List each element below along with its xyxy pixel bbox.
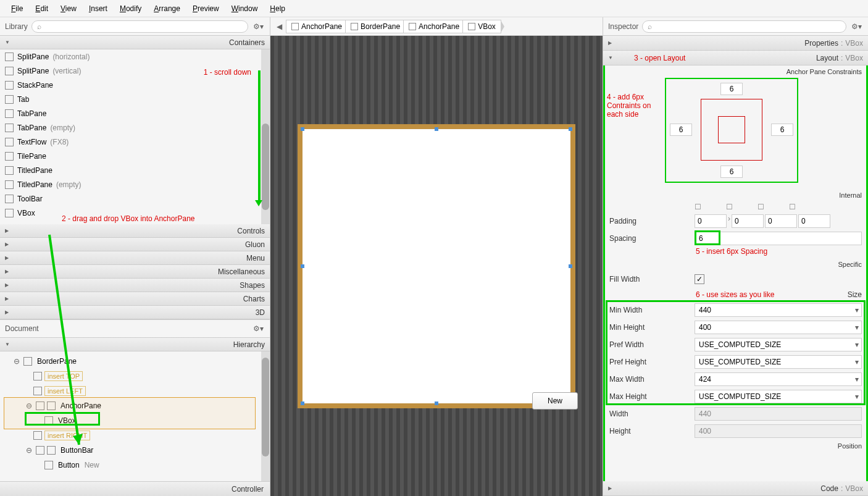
tree-item-borderpane[interactable]: ⊖BorderPane (0, 354, 270, 369)
section-properties[interactable]: Properties: VBox (603, 36, 868, 51)
tree-item-insert-left[interactable]: insert LEFT (0, 384, 270, 398)
menu-window[interactable]: Window (225, 2, 264, 15)
breadcrumb-item[interactable]: VBox (462, 20, 501, 33)
annotation-4: 4 - add 6px Contraints on each side (607, 93, 662, 119)
tree-item-anchorpane[interactable]: ⊖AnchorPane (0, 398, 270, 413)
list-item[interactable]: StackPane (0, 78, 270, 92)
section-code[interactable]: Code: VBox (603, 481, 868, 496)
section-3d[interactable]: 3D (0, 306, 270, 319)
document-gear-icon[interactable]: ⚙▾ (252, 323, 265, 334)
toolbar-icon (5, 195, 14, 203)
list-item[interactable]: TabPane (0, 106, 270, 120)
pref-height-label: Pref Height (609, 358, 690, 366)
inspector-gear-icon[interactable]: ⚙▾ (850, 21, 863, 32)
menu-help[interactable]: Help (264, 2, 291, 15)
breadcrumb-back-icon[interactable]: ◀ (273, 22, 286, 31)
subsection-size: 6 - use sizes as you like Size (603, 288, 868, 301)
collapse-icon[interactable]: ⊖ (12, 357, 21, 366)
list-item[interactable]: TitledPane (0, 163, 270, 177)
list-item[interactable]: Tab (0, 92, 270, 106)
vbox-icon (44, 416, 53, 425)
list-item[interactable]: TitledPane(empty) (0, 177, 270, 191)
section-layout[interactable]: 3 - open Layout Layout: VBox (603, 51, 868, 65)
section-controller[interactable]: Controller (0, 481, 270, 496)
padding-left-input[interactable] (798, 214, 830, 228)
section-shapes[interactable]: Shapes (0, 279, 270, 292)
menu-preview[interactable]: Preview (186, 2, 225, 15)
pref-width-input[interactable]: USE_COMPUTED_SIZE (695, 338, 862, 351)
section-menu[interactable]: Menu (0, 251, 270, 265)
height-label: Height (609, 427, 690, 435)
list-item[interactable]: TabPane(empty) (0, 120, 270, 135)
anchor-top-input[interactable] (720, 83, 743, 95)
inspector-title: Inspector (608, 22, 638, 31)
placeholder-icon (36, 446, 44, 455)
breadcrumb-item[interactable]: AnchorPane (403, 20, 465, 33)
list-item[interactable]: TextFlow(FX8) (0, 135, 270, 149)
inspector-panel: Inspector ⌕ ⚙▾ Properties: VBox 3 - open… (603, 17, 868, 496)
section-hierarchy[interactable]: Hierarchy (0, 338, 270, 351)
min-width-label: Min Width (609, 306, 690, 314)
fill-width-checkbox[interactable]: ✓ (695, 274, 704, 284)
anchorpane-icon (47, 401, 56, 410)
max-width-input[interactable]: 424 (695, 372, 862, 386)
list-item[interactable]: TilePane (0, 149, 270, 163)
titledpane-icon (5, 166, 14, 175)
max-height-input[interactable]: USE_COMPUTED_SIZE (695, 390, 862, 403)
breadcrumb-item[interactable]: AnchorPane (286, 20, 348, 33)
padding-bottom-input[interactable] (765, 214, 797, 228)
design-surface[interactable] (298, 124, 575, 408)
inspector-search[interactable]: ⌕ (642, 20, 846, 33)
menu-arrange[interactable]: Arrange (148, 2, 186, 15)
left-panel: Library ⌕ ⚙▾ Containers SplitPane(horizo… (0, 17, 270, 496)
anchor-bottom-input[interactable] (720, 166, 743, 178)
tilepane-icon (5, 152, 14, 161)
library-scrollbar[interactable] (261, 49, 270, 224)
tree-item-insert-top[interactable]: insert TOP (0, 369, 270, 384)
placeholder-icon (36, 401, 44, 410)
annotation-2: 2 - drag and drop VBox into AnchorPane (62, 214, 194, 223)
list-item[interactable]: SplitPane(horizontal) (0, 49, 270, 64)
center-panel: ◀ AnchorPane BorderPane AnchorPane VBox … (270, 17, 603, 496)
tree-item-insert-right[interactable]: insert RIGHT (0, 428, 270, 443)
borderpane-icon (351, 23, 358, 30)
fill-width-label: Fill Width (609, 275, 690, 284)
placeholder-icon (33, 431, 42, 440)
library-search[interactable]: ⌕ (31, 20, 248, 33)
height-input (695, 424, 862, 438)
annotation-5: 5 - insert 6px Spacing (696, 247, 767, 256)
list-item[interactable]: ToolBar (0, 191, 270, 206)
spacing-label: Spacing (609, 234, 690, 243)
section-containers[interactable]: Containers (0, 36, 270, 49)
section-controls[interactable]: Controls (0, 224, 270, 238)
collapse-icon[interactable]: ⊖ (25, 446, 33, 455)
min-width-input[interactable]: 440 (695, 303, 862, 317)
menu-modify[interactable]: Modify (114, 2, 148, 15)
spacing-input[interactable] (695, 232, 862, 245)
section-gluon[interactable]: Gluon (0, 238, 270, 251)
section-charts[interactable]: Charts (0, 292, 270, 306)
menu-file[interactable]: File (5, 2, 29, 15)
vbox-icon (5, 209, 14, 217)
annotation-3: 3 - open Layout (634, 54, 685, 62)
min-height-input[interactable]: 400 (695, 321, 862, 334)
library-gear-icon[interactable]: ⚙▾ (252, 21, 265, 32)
menu-view[interactable]: View (54, 2, 83, 15)
section-misc[interactable]: Miscellaneous (0, 265, 270, 279)
padding-top-input[interactable] (695, 214, 727, 228)
canvas[interactable]: New (270, 36, 603, 496)
pref-height-input[interactable]: USE_COMPUTED_SIZE (695, 355, 862, 369)
padding-right-input[interactable] (732, 214, 764, 228)
anchor-right-input[interactable] (771, 124, 793, 136)
hierarchy-scrollbar[interactable] (261, 351, 270, 481)
menu-insert[interactable]: Insert (83, 2, 114, 15)
anchor-left-input[interactable] (670, 124, 692, 136)
collapse-icon[interactable]: ⊖ (25, 401, 33, 410)
menu-edit[interactable]: Edit (29, 2, 54, 15)
tree-item-buttonbar[interactable]: ⊖ButtonBar (0, 443, 270, 458)
vbox-icon (468, 23, 475, 30)
new-button[interactable]: New (532, 392, 578, 410)
breadcrumb-item[interactable]: BorderPane (345, 20, 406, 33)
tree-item-vbox[interactable]: VBox (0, 413, 270, 428)
tree-item-button[interactable]: ButtonNew (0, 458, 270, 473)
